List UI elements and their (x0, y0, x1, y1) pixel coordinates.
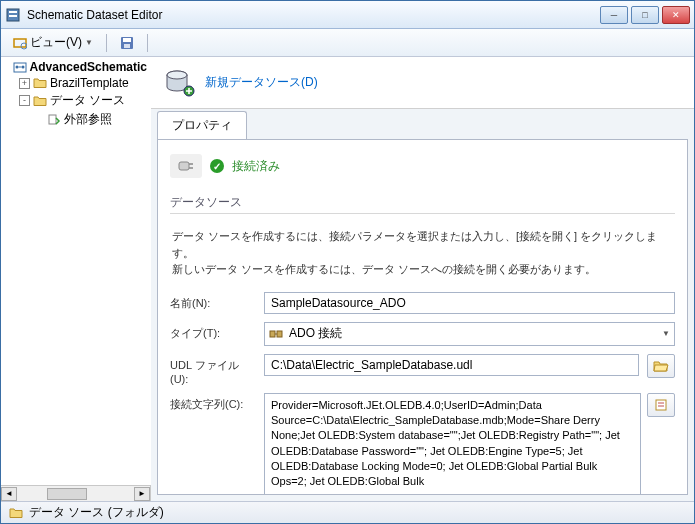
tree-panel[interactable]: AdvancedSchematic+BrazilTemplate-データ ソース… (1, 57, 151, 485)
udl-input[interactable] (264, 354, 639, 376)
type-label: タイプ(T): (170, 322, 256, 341)
main-panel: 新規データソース(D) プロパティ ✓ 接続済み データソース データ ソースを… (151, 57, 694, 501)
save-icon (120, 36, 134, 50)
tree-item-label: AdvancedSchematic (30, 60, 147, 74)
minimize-button[interactable]: ─ (600, 6, 628, 24)
svg-rect-2 (9, 15, 17, 17)
scroll-right-arrow[interactable]: ► (134, 487, 150, 501)
connection-status-row: ✓ 接続済み (170, 150, 675, 186)
scroll-thumb[interactable] (47, 488, 87, 500)
tree-item[interactable]: -データ ソース (3, 91, 149, 110)
plug-icon (176, 157, 196, 175)
status-icon-box (170, 154, 202, 178)
close-button[interactable]: ✕ (662, 6, 690, 24)
tab-content: ✓ 接続済み データソース データ ソースを作成するには、接続パラメータを選択ま… (157, 139, 688, 495)
tree-item[interactable]: AdvancedSchematic (3, 59, 149, 75)
svg-point-10 (21, 66, 24, 69)
toolbar-separator (106, 34, 107, 52)
name-label: 名前(N): (170, 292, 256, 311)
section-label: データソース (170, 194, 675, 214)
type-select[interactable]: ADO 接続 ▼ (264, 322, 675, 346)
body: AdvancedSchematic+BrazilTemplate-データ ソース… (1, 57, 694, 501)
svg-rect-16 (179, 162, 189, 170)
save-button[interactable] (114, 34, 140, 52)
connstr-label: 接続文字列(C): (170, 393, 256, 412)
schematic-icon (13, 60, 27, 74)
connstr-textarea[interactable] (264, 393, 641, 496)
svg-rect-6 (123, 38, 131, 42)
new-datasource-link[interactable]: 新規データソース(D) (205, 74, 318, 91)
type-row: タイプ(T): ADO 接続 ▼ (170, 322, 675, 346)
folder-icon (33, 94, 47, 108)
toolbar: ビュー(V) ▼ (1, 29, 694, 57)
folder-icon (33, 76, 47, 90)
folder-open-icon (653, 359, 669, 373)
check-icon: ✓ (210, 159, 224, 173)
name-row: 名前(N): (170, 292, 675, 314)
scroll-left-arrow[interactable]: ◄ (1, 487, 17, 501)
chevron-down-icon: ▼ (85, 38, 93, 47)
status-text: 接続済み (232, 158, 280, 175)
svg-rect-1 (9, 11, 17, 13)
collapse-icon[interactable]: - (19, 95, 30, 106)
tab-row: プロパティ (151, 111, 694, 139)
statusbar-text: データ ソース (フォルダ) (29, 504, 164, 521)
statusbar: データ ソース (フォルダ) (1, 501, 694, 523)
tab-properties[interactable]: プロパティ (157, 111, 247, 139)
svg-rect-20 (277, 331, 282, 337)
connection-icon (269, 327, 283, 341)
tree-item-label: データ ソース (50, 92, 125, 109)
tree-item-label: BrazilTemplate (50, 76, 129, 90)
connstr-edit-button[interactable] (647, 393, 675, 417)
udl-label: UDL ファイル(U): (170, 354, 256, 385)
new-datasource-row: 新規データソース(D) (151, 57, 694, 109)
svg-point-14 (167, 71, 187, 79)
app-icon (5, 7, 21, 23)
window-title: Schematic Dataset Editor (27, 8, 600, 22)
tree-hscrollbar[interactable]: ◄ ► (1, 485, 150, 501)
tree-item-label: 外部参照 (64, 111, 112, 128)
type-value: ADO 接続 (289, 325, 342, 342)
tree-item[interactable]: +BrazilTemplate (3, 75, 149, 91)
chevron-down-icon: ▼ (662, 329, 670, 338)
section-description: データ ソースを作成するには、接続パラメータを選択または入力し、[接続を開く] … (170, 222, 675, 284)
reference-icon (47, 113, 61, 127)
folder-icon (9, 507, 23, 519)
udl-row: UDL ファイル(U): (170, 354, 675, 385)
toolbar-separator (147, 34, 148, 52)
tree-item[interactable]: 外部参照 (3, 110, 149, 129)
titlebar[interactable]: Schematic Dataset Editor ─ □ ✕ (1, 1, 694, 29)
maximize-button[interactable]: □ (631, 6, 659, 24)
database-icon (163, 67, 195, 99)
svg-point-9 (15, 66, 18, 69)
svg-rect-7 (124, 44, 130, 48)
connstr-row: 接続文字列(C): (170, 393, 675, 496)
name-input[interactable] (264, 292, 675, 314)
properties-icon (654, 398, 668, 412)
view-icon (13, 36, 27, 50)
browse-button[interactable] (647, 354, 675, 378)
svg-rect-19 (270, 331, 275, 337)
expand-icon[interactable]: + (19, 78, 30, 89)
view-menu-label: ビュー(V) (30, 34, 82, 51)
svg-rect-12 (49, 115, 56, 124)
app-window: Schematic Dataset Editor ─ □ ✕ ビュー(V) ▼ … (0, 0, 695, 524)
view-menu-button[interactable]: ビュー(V) ▼ (7, 32, 99, 53)
svg-rect-22 (656, 400, 666, 410)
